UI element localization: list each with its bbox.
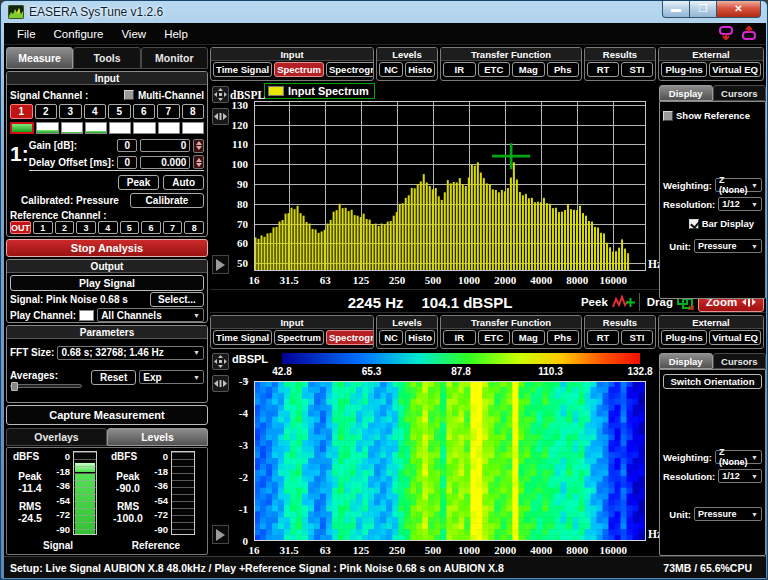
unit-dropdown[interactable]: Pressure▼ (694, 507, 762, 521)
reference-channel-out[interactable]: OUT (10, 221, 31, 234)
peak-button[interactable]: Peak (118, 175, 159, 190)
gain-field[interactable]: 0 (140, 139, 190, 152)
weighting-dropdown[interactable]: Z (None)▼ (715, 178, 762, 192)
fft-size-dropdown[interactable]: 0.68 s; 32768; 1.46 Hz▼ (57, 346, 204, 360)
play-signal-button[interactable]: Play Signal (10, 275, 204, 291)
capture-measurement-button[interactable]: Capture Measurement (6, 405, 208, 425)
minimize-button[interactable]: ▬ (662, 1, 690, 18)
spectrogram-tab-cursors[interactable]: Cursors (713, 353, 767, 369)
toolbar-button-virtual-eq[interactable]: Virtual EQ (709, 62, 761, 77)
signal-channel-4[interactable]: 4 (84, 104, 107, 119)
select-signal-button[interactable]: Select... (150, 292, 204, 307)
spectrogram-play-button[interactable] (212, 525, 229, 544)
menu-item-configure[interactable]: Configure (45, 25, 113, 43)
toolbar-button-time-signal[interactable]: Time Signal (213, 330, 272, 345)
tab-tools[interactable]: Tools (73, 47, 140, 69)
spectrum-play-button[interactable] (212, 255, 229, 274)
average-mode-dropdown[interactable]: Exp▼ (139, 370, 204, 384)
spectrum-tab-display[interactable]: Display (659, 85, 713, 101)
spin-down-icon[interactable] (196, 163, 202, 170)
play-channel-swatch[interactable] (79, 310, 94, 321)
signal-channel-6[interactable]: 6 (133, 104, 156, 119)
tab-levels[interactable]: Levels (107, 428, 208, 446)
menu-item-view[interactable]: View (112, 25, 155, 43)
spectrum-tab-cursors[interactable]: Cursors (713, 85, 767, 101)
toolbar-button-spectrogram[interactable]: Spectrogram (326, 330, 374, 345)
toolbar-button-histo[interactable]: Histo (405, 62, 435, 77)
spin-down-icon[interactable] (196, 146, 202, 153)
tab-monitor[interactable]: Monitor (141, 47, 208, 69)
tab-overlays[interactable]: Overlays (6, 428, 107, 446)
spin-up-icon[interactable] (196, 155, 202, 162)
toolbar-button-nc[interactable]: NC (379, 330, 403, 345)
gain-spinner[interactable] (193, 139, 204, 153)
tab-measure[interactable]: Measure (6, 47, 73, 69)
toolbar-button-phs[interactable]: Phs (547, 62, 580, 77)
toolbar-button-etc[interactable]: ETC (478, 330, 511, 345)
menu-item-help[interactable]: Help (155, 25, 197, 43)
toolbar-button-spectrum[interactable]: Spectrum (274, 62, 324, 77)
signal-channel-8[interactable]: 8 (182, 104, 205, 119)
slider-thumb[interactable] (11, 382, 18, 391)
bar-display-checkbox[interactable] (689, 219, 699, 229)
reference-channel-2[interactable]: 2 (55, 221, 75, 234)
spectrogram-tab-display[interactable]: Display (659, 353, 713, 369)
unit-dropdown[interactable]: Pressure▼ (694, 239, 762, 253)
resolution-dropdown[interactable]: 1/12▼ (718, 469, 762, 483)
toolbar-button-etc[interactable]: ETC (478, 62, 511, 77)
spectrum-chart-canvas[interactable] (254, 101, 646, 271)
toolbar-button-time-signal[interactable]: Time Signal (213, 62, 272, 77)
spectrogram-chart-canvas[interactable] (254, 381, 646, 541)
peek-mode-icon[interactable] (612, 295, 636, 310)
reference-channel-3[interactable]: 3 (76, 221, 96, 234)
signal-channel-3[interactable]: 3 (59, 104, 82, 119)
reference-channel-4[interactable]: 4 (98, 221, 118, 234)
calibrate-button[interactable]: Calibrate (130, 193, 204, 208)
toolbar-button-rt[interactable]: RT (587, 62, 619, 77)
reference-channel-6[interactable]: 6 (141, 221, 161, 234)
signal-channel-7[interactable]: 7 (157, 104, 180, 119)
toolbar-button-plug-ins[interactable]: Plug-Ins (661, 330, 707, 345)
stop-analysis-button[interactable]: Stop Analysis (6, 239, 208, 257)
toolbar-button-ir[interactable]: IR (443, 330, 476, 345)
titlebar[interactable]: EASERA SysTune v1.2.6 ▬ ❐ ✕ (1, 1, 767, 23)
reference-channel-7[interactable]: 7 (163, 221, 183, 234)
signal-channel-2[interactable]: 2 (35, 104, 58, 119)
resolution-dropdown[interactable]: 1/12▼ (718, 197, 762, 211)
toolbar-button-mag[interactable]: Mag (512, 330, 545, 345)
toolbar-button-nc[interactable]: NC (379, 62, 403, 77)
signal-output-icon[interactable] (741, 26, 758, 40)
reference-channel-5[interactable]: 5 (120, 221, 140, 234)
toolbar-button-phs[interactable]: Phs (547, 330, 580, 345)
auto-button[interactable]: Auto (163, 175, 204, 190)
toolbar-button-ir[interactable]: IR (443, 62, 476, 77)
toolbar-button-virtual-eq[interactable]: Virtual EQ (709, 330, 761, 345)
toolbar-button-histo[interactable]: Histo (405, 330, 435, 345)
weighting-dropdown[interactable]: Z (None)▼ (715, 450, 762, 464)
switch-orientation-button[interactable]: Switch Orientation (663, 374, 762, 389)
peek-mode-label[interactable]: Peek (581, 296, 608, 308)
reference-channel-1[interactable]: 1 (33, 221, 53, 234)
toolbar-button-spectrum[interactable]: Spectrum (274, 330, 324, 345)
toolbar-button-sti[interactable]: STI (621, 62, 653, 77)
delay-field[interactable]: 0.000 (140, 156, 190, 169)
pan-button[interactable] (212, 353, 229, 370)
toolbar-button-plug-ins[interactable]: Plug-Ins (661, 62, 707, 77)
reference-channel-8[interactable]: 8 (184, 221, 204, 234)
signal-input-icon[interactable] (718, 26, 735, 40)
averages-slider[interactable] (10, 384, 82, 388)
close-button[interactable]: ✕ (717, 1, 761, 18)
play-channel-dropdown[interactable]: All Channels▼ (97, 308, 204, 322)
reset-averages-button[interactable]: Reset (91, 370, 136, 385)
toolbar-button-mag[interactable]: Mag (512, 62, 545, 77)
signal-channel-5[interactable]: 5 (108, 104, 131, 119)
menu-item-file[interactable]: File (8, 25, 45, 43)
toolbar-button-spectrogram[interactable]: Spectrogram (326, 62, 374, 77)
toolbar-button-rt[interactable]: RT (587, 330, 619, 345)
spin-up-icon[interactable] (196, 138, 202, 145)
show-reference-checkbox[interactable] (663, 111, 673, 121)
maximize-button[interactable]: ❐ (690, 1, 717, 18)
toolbar-button-sti[interactable]: STI (621, 330, 653, 345)
multi-channel-checkbox[interactable] (124, 90, 134, 100)
delay-spinner[interactable] (193, 155, 204, 169)
